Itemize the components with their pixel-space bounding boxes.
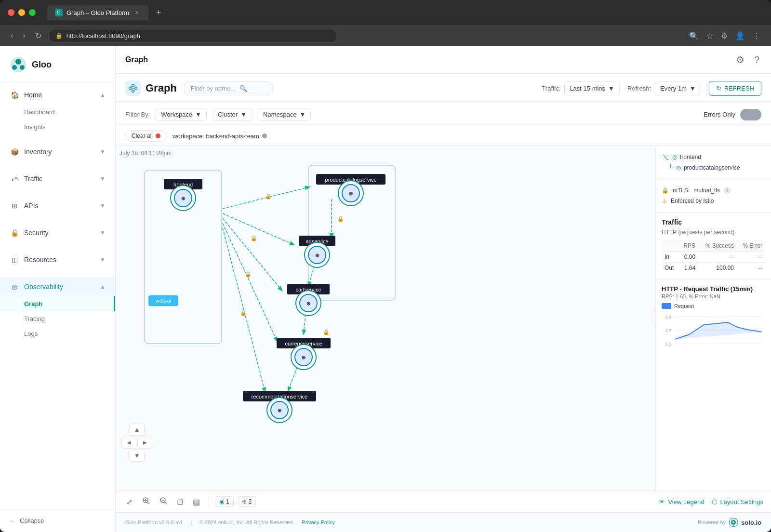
tab-close-btn[interactable]: × [133,9,141,16]
fit-view-button[interactable]: ⤢ [123,495,135,508]
sidebar-item-security[interactable]: 🔒 Security ▼ [0,223,115,242]
svg-point-3 [20,65,25,70]
svg-text:🔒: 🔒 [245,271,252,278]
refresh-select[interactable]: Every 1m ▼ [655,81,701,95]
forward-button[interactable]: › [20,29,28,42]
observability-label: Observability [24,283,63,291]
svg-text:1.7: 1.7 [665,328,672,333]
enforced-row: ⚠ Enforced by Istio [662,196,765,206]
new-tab-button[interactable]: + [156,8,161,18]
errors-toggle-switch[interactable] [740,109,761,120]
sidebar-item-inventory[interactable]: 📦 Inventory ▼ [0,142,115,161]
workspace-filter-chip[interactable]: Workspace ▼ [156,108,207,121]
svg-line-70 [165,502,167,504]
node-count-2-value: 2 [249,498,252,505]
panel-toggle-button[interactable]: › [654,309,655,328]
settings-button[interactable]: ⚙ [734,52,746,67]
search-icon[interactable]: 🔍 [686,29,702,42]
security-label: Security [24,229,49,237]
address-bar[interactable]: 🔒 http://localhost:8090/graph [48,29,337,43]
pan-left-button[interactable]: ◄ [121,437,136,449]
observability-icon: ◎ [10,282,19,292]
back-button[interactable]: ‹ [8,29,16,42]
sidebar-item-home[interactable]: 🏠 Home ▲ [0,85,115,105]
mtls-info-icon[interactable]: i [724,187,731,194]
bookmark-icon[interactable]: ☆ [704,29,716,42]
collapse-button[interactable]: ← Collapse [0,509,115,532]
frontend-node: frontend ⎈ [164,179,202,211]
clear-all-button[interactable]: Clear all [125,130,167,142]
zoom-out-button[interactable] [157,495,170,508]
layout-button[interactable]: ⊡ [174,495,186,508]
maximize-button[interactable] [29,9,36,16]
sidebar-item-observability[interactable]: ◎ Observability ▲ [0,277,115,296]
graph-canvas[interactable]: July 18: 04:11:28pm ▲ ◄ ► ▼ [116,146,655,491]
home-icon: 🏠 [10,90,19,100]
zoom-in-button[interactable] [139,495,153,508]
pan-right-button[interactable]: ► [137,437,152,449]
sidebar-item-graph[interactable]: Graph [0,296,115,311]
sidebar-item-resources[interactable]: ◫ Resources ▼ [0,250,115,269]
tab-favicon: G [55,9,63,16]
success-out: 100.00 [698,263,737,274]
mtls-label: mTLS: [673,187,690,194]
svg-text:⎈: ⎈ [349,189,353,197]
toolbar-icons: 🔍 ☆ ⚙ 👤 ⋮ [686,29,763,42]
tree-item-frontend[interactable]: ⌥ ◎ frontend [662,152,765,162]
sidebar-item-apis[interactable]: ⊞ APIs ▼ [0,196,115,215]
help-button[interactable]: ? [752,52,761,67]
menu-icon[interactable]: ⋮ [750,29,763,42]
pan-up-button[interactable]: ▲ [130,424,145,436]
nav-security-section: 🔒 Security ▼ [0,219,115,246]
traffic-icon: ⇄ [10,174,19,184]
reload-button[interactable]: ↻ [32,29,44,42]
privacy-policy-link[interactable]: Privacy Policy [302,519,335,525]
grid-button[interactable]: ▦ [190,495,203,508]
solo-logo-text: solo.io [741,519,761,526]
chevron-up-icon-2: ▲ [100,283,106,290]
sidebar-item-tracing[interactable]: Tracing [0,311,115,326]
node-count-1-value: 1 [226,498,229,505]
rps-in: 0.00 [678,252,698,263]
tree-item-productcatalog[interactable]: └ ◎ productcatalogservice [662,162,765,173]
cluster-filter-chip[interactable]: Cluster ▼ [213,108,252,121]
chevron-down-icon-2: ▼ [100,175,106,182]
sidebar-item-traffic[interactable]: ⇄ Traffic ▼ [0,169,115,188]
chart-section: HTTP - Request Traffic (15min) RPS: 1.60… [656,279,771,357]
extensions-icon[interactable]: ⚙ [718,29,731,42]
close-button[interactable] [8,9,14,16]
sidebar-item-dashboard[interactable]: Dashboard [0,105,115,120]
workspace-active-filter: workspace: backend-apis-team [173,133,267,140]
svg-text:🔒: 🔒 [337,215,344,222]
sidebar-item-logs[interactable]: Logs [0,326,115,341]
profile-icon[interactable]: 👤 [732,29,748,42]
layout-settings-button[interactable]: ⬡ Layout Settings [712,498,763,505]
browser-tab[interactable]: G Graph – Gloo Platform × [47,5,148,20]
footer-version: Gloo Platform v2.6.0-rc1 [125,519,183,525]
graph-search-filter[interactable]: Filter by name... 🔍 [185,81,271,95]
pan-down-button[interactable]: ▼ [130,450,145,462]
view-legend-button[interactable]: 👁 View Legend [659,498,704,505]
namespace-filter-chip[interactable]: Namespace ▼ [258,108,311,121]
http-label: HTTP (requests per second) [662,229,765,236]
svg-text:web-ui: web-ui [155,298,171,304]
currencyservice-node: currencyservice ⎈ [277,338,331,370]
refresh-button[interactable]: ↻ REFRESH [709,81,761,96]
chevron-down-icon-3: ▼ [100,202,106,209]
svg-text:🔒: 🔒 [265,193,272,200]
k8s-icon-productcatalog: ◎ [676,164,681,171]
minimize-button[interactable] [18,9,25,16]
page-title: Graph [125,55,148,64]
warning-icon: ⚠ [662,198,667,204]
sidebar-item-insights[interactable]: Insights [0,120,115,134]
errors-label: Errors Only [704,111,735,118]
sidebar-home-label: Home [24,91,42,99]
traffic-select[interactable]: Last 15 mins ▼ [564,81,620,95]
sidebar-logo: Gloo [0,46,115,81]
url-text: http://localhost:8090/graph [66,32,140,40]
svg-text:🔒: 🔒 [251,235,257,241]
graph-title-area: Graph [125,80,177,96]
refresh-label: Refresh: [627,85,651,92]
refresh-control-group: Refresh: Every 1m ▼ [627,81,701,95]
main-content: Graph ⚙ ? [116,46,771,532]
